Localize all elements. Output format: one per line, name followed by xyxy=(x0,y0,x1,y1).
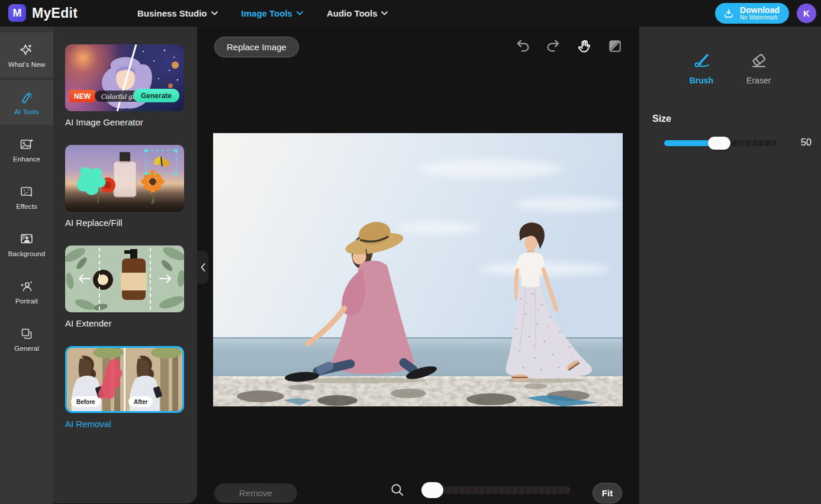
remove-button[interactable]: Remove xyxy=(214,483,297,503)
pan-hand-button[interactable] xyxy=(574,36,594,56)
download-sublabel: No Watermark xyxy=(740,15,780,21)
ai-tools-panel: NEW Colorful girl Generate AI Image Gene… xyxy=(53,27,197,503)
zoom-slider-track[interactable] xyxy=(421,486,571,494)
edited-photo-canvas[interactable] xyxy=(213,133,623,406)
eraser-tool-label: Eraser xyxy=(746,76,771,85)
tool-card-ai-extender[interactable] xyxy=(65,245,184,312)
download-label: Download xyxy=(740,6,780,15)
panel-collapse-handle[interactable] xyxy=(197,251,208,284)
brush-icon xyxy=(691,50,711,70)
myedit-logo-text: MyEdit xyxy=(32,5,78,21)
sidebar-item-label: AI Tools xyxy=(14,108,39,115)
sidebar-item-label: What’s New xyxy=(8,61,45,68)
brush-tool-button[interactable]: Brush xyxy=(690,50,713,85)
tool-item-ai-image-generator: NEW Colorful girl Generate AI Image Gene… xyxy=(65,44,197,129)
sidebar-item-general[interactable]: General xyxy=(0,316,53,361)
sparkles-icon xyxy=(19,42,34,57)
chevron-down-icon xyxy=(211,11,218,15)
tool-card-ai-removal[interactable]: Before After xyxy=(65,346,184,413)
size-label: Size xyxy=(652,114,671,124)
download-button[interactable]: Download No Watermark xyxy=(715,3,789,24)
tool-card-label: AI Replace/Fill xyxy=(65,218,197,230)
brush-tool-label: Brush xyxy=(690,76,713,85)
compare-icon xyxy=(607,38,623,54)
redo-button[interactable] xyxy=(543,36,564,56)
nav-audio-tools[interactable]: Audio Tools xyxy=(327,8,388,18)
chevron-down-icon xyxy=(297,11,303,15)
sidebar-item-label: Effects xyxy=(16,203,37,210)
portrait-icon xyxy=(19,279,34,294)
after-label: After xyxy=(128,396,153,407)
ai-extender-art xyxy=(65,245,184,312)
layers-icon xyxy=(19,326,34,341)
history-toolbar xyxy=(513,36,625,56)
user-avatar[interactable]: K xyxy=(797,4,816,23)
sidebar-item-label: Background xyxy=(8,250,45,257)
nav-business-studio[interactable]: Business Studio xyxy=(137,8,218,18)
redo-icon xyxy=(545,37,562,55)
chevron-down-icon xyxy=(381,11,388,15)
image-sparkle-icon xyxy=(19,137,34,152)
tool-options-panel: Brush Eraser Size 50 xyxy=(639,27,821,504)
before-label: Before xyxy=(71,396,101,407)
tool-card-label: AI Image Generator xyxy=(65,117,197,129)
new-badge: NEW xyxy=(69,90,95,102)
tool-item-ai-replace-fill: AI Replace/Fill xyxy=(65,145,197,230)
sidebar-item-enhance[interactable]: Enhance xyxy=(0,127,53,172)
category-sidebar: What’s New AI Tools Enhance Effects Back… xyxy=(0,27,53,504)
eraser-icon xyxy=(749,50,769,70)
undo-icon xyxy=(514,37,532,55)
replace-image-button[interactable]: Replace Image xyxy=(214,37,299,57)
top-bar: M MyEdit Business Studio Image Tools Aud… xyxy=(0,0,821,27)
brush-size-slider[interactable] xyxy=(664,140,777,146)
download-icon xyxy=(723,8,735,20)
sidebar-item-label: Enhance xyxy=(13,156,40,163)
myedit-logo-icon: M xyxy=(8,4,26,22)
sidebar-item-effects[interactable]: Effects xyxy=(0,175,53,219)
tool-card-ai-image-generator[interactable]: NEW Colorful girl Generate xyxy=(65,44,184,111)
nav-image-tools[interactable]: Image Tools xyxy=(242,8,303,18)
eraser-tool-button[interactable]: Eraser xyxy=(746,50,771,85)
myedit-logo[interactable]: M MyEdit xyxy=(8,4,78,22)
fit-button[interactable]: Fit xyxy=(593,483,622,503)
photo-two-women-seaside xyxy=(213,133,623,406)
hand-icon xyxy=(576,38,593,54)
sidebar-item-whats-new[interactable]: What’s New xyxy=(0,33,53,77)
undo-button[interactable] xyxy=(513,36,533,56)
sidebar-item-ai-tools[interactable]: AI Tools xyxy=(0,80,53,125)
tool-card-label: AI Extender xyxy=(65,318,197,330)
chevron-left-icon xyxy=(201,263,205,272)
background-icon xyxy=(19,231,34,247)
brush-size-value: 50 xyxy=(801,137,812,148)
magic-wand-icon xyxy=(19,89,34,105)
brush-size-thumb[interactable] xyxy=(708,137,730,150)
sidebar-item-background[interactable]: Background xyxy=(0,222,53,267)
zoom-slider-thumb[interactable] xyxy=(421,482,443,498)
magnifier-icon xyxy=(389,482,405,497)
effects-icon xyxy=(19,184,34,199)
ai-replace-fill-art xyxy=(65,145,184,212)
zoom-control xyxy=(389,482,571,497)
sidebar-item-label: General xyxy=(14,345,39,352)
sidebar-item-portrait[interactable]: Portrait xyxy=(0,269,53,314)
compare-button[interactable] xyxy=(605,36,625,56)
generate-pill: Generate xyxy=(133,89,179,102)
myedit-app: M MyEdit Business Studio Image Tools Aud… xyxy=(0,0,821,504)
tool-card-label: AI Removal xyxy=(65,419,197,431)
main-nav: Business Studio Image Tools Audio Tools xyxy=(137,0,388,27)
tool-item-ai-extender: AI Extender xyxy=(65,245,197,330)
tool-card-ai-replace-fill[interactable] xyxy=(65,145,184,212)
sidebar-item-label: Portrait xyxy=(15,298,38,305)
tool-item-ai-removal: Before After AI Removal xyxy=(65,346,197,431)
